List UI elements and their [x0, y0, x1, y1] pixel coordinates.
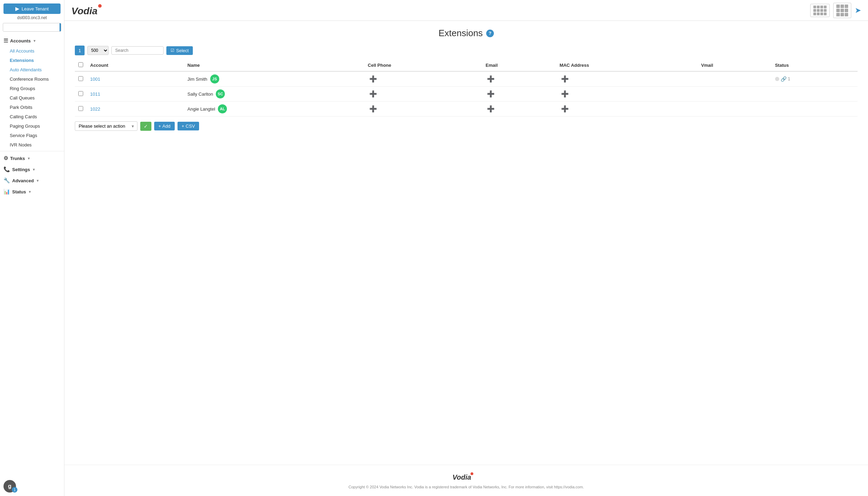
- sidebar-item-paging-groups[interactable]: Paging Groups: [0, 121, 64, 131]
- sidebar-search-input[interactable]: [3, 24, 60, 31]
- trunks-group-label: Trunks: [10, 156, 25, 161]
- page-number-button[interactable]: 1: [75, 46, 85, 55]
- sidebar-search-wrap: 🔍: [3, 23, 61, 32]
- sidebar-item-calling-cards[interactable]: Calling Cards: [0, 112, 64, 121]
- sidebar-item-label: Extensions: [10, 58, 34, 63]
- name-avatar: SC: [216, 89, 225, 98]
- table-row: 1001Jim SmithJS➕➕➕🔗1: [75, 71, 858, 87]
- action-row: Please select an action Delete Export ▼ …: [75, 121, 858, 131]
- status-group-label: Status: [12, 189, 26, 194]
- sidebar-item-call-queues[interactable]: Call Queues: [0, 93, 64, 103]
- sidebar-item-label: IVR Nodes: [10, 142, 32, 147]
- col-cell-phone: Cell Phone: [364, 59, 482, 71]
- footer-logo: Vodia: [71, 472, 861, 483]
- col-name: Name: [184, 59, 364, 71]
- sidebar-item-ivr-nodes[interactable]: IVR Nodes: [0, 140, 64, 150]
- logout-button[interactable]: ➤: [855, 6, 861, 15]
- select-button-label: Select: [176, 48, 189, 53]
- csv-label: CSV: [186, 123, 195, 129]
- avatar-letter: g: [8, 483, 11, 489]
- settings-chevron-icon: ▼: [32, 168, 35, 171]
- add-button[interactable]: + Add: [154, 122, 175, 130]
- settings-icon: 📞: [3, 166, 10, 173]
- settings-group-label: Settings: [12, 167, 30, 172]
- svg-text:Vodia: Vodia: [71, 6, 97, 16]
- status-group-header[interactable]: 📊 Status ▼: [0, 186, 64, 197]
- per-page-select[interactable]: 500 100 250 1000: [87, 46, 109, 55]
- svg-point-1: [98, 4, 102, 8]
- name-avatar: AL: [218, 104, 227, 113]
- footer-copyright: Copyright © 2024 Vodia Networks Inc. Vod…: [71, 485, 861, 489]
- search-input[interactable]: [111, 46, 164, 55]
- grid-view-button-1[interactable]: [810, 4, 830, 17]
- leave-icon: ▶: [15, 6, 19, 12]
- sidebar-item-extensions[interactable]: Extensions: [0, 56, 64, 65]
- col-mac-address: MAC Address: [556, 59, 698, 71]
- add-mac-button[interactable]: ➕: [560, 75, 570, 83]
- trunks-icon: ⚙: [3, 155, 8, 161]
- sidebar-item-ring-groups[interactable]: Ring Groups: [0, 84, 64, 93]
- help-icon[interactable]: ?: [486, 30, 494, 37]
- action-select[interactable]: Please select an action Delete Export: [75, 121, 137, 131]
- status-count: 1: [788, 77, 790, 81]
- row-checkbox[interactable]: [78, 91, 83, 96]
- status-icons: 🔗1: [775, 76, 854, 82]
- svg-point-3: [471, 472, 473, 475]
- settings-group-header[interactable]: 📞 Settings ▼: [0, 164, 64, 175]
- check-icon: ☑: [171, 48, 174, 53]
- select-button[interactable]: ☑ Select: [166, 46, 193, 55]
- top-header: Vodia ➤: [64, 0, 868, 21]
- sidebar-item-label: Park Orbits: [10, 105, 32, 110]
- leave-tenant-button[interactable]: ▶ Leave Tenant: [3, 3, 61, 14]
- tenant-name: dst003.onc3.net: [0, 15, 64, 20]
- add-cell-phone-button[interactable]: ➕: [368, 90, 378, 98]
- sidebar-item-conference-rooms[interactable]: Conference Rooms: [0, 74, 64, 84]
- name-label: Jim Smith: [188, 77, 207, 82]
- table-toolbar: 1 500 100 250 1000 ☑ Select: [75, 46, 858, 55]
- logout-icon: ➤: [855, 6, 861, 15]
- csv-button[interactable]: + CSV: [177, 122, 199, 130]
- trunks-chevron-icon: ▼: [27, 157, 31, 160]
- go-button[interactable]: ✓: [140, 122, 151, 131]
- add-mac-button[interactable]: ➕: [560, 105, 570, 113]
- action-select-wrap: Please select an action Delete Export ▼: [75, 121, 137, 131]
- col-account: Account: [87, 59, 184, 71]
- advanced-group-header[interactable]: 🔧 Advanced ▼: [0, 175, 64, 186]
- row-checkbox[interactable]: [78, 76, 83, 81]
- add-email-button[interactable]: ➕: [486, 105, 496, 113]
- sidebar-item-auto-attendants[interactable]: Auto Attendants: [0, 65, 64, 74]
- page-title: Extensions: [439, 28, 483, 39]
- sidebar-item-all-accounts[interactable]: All Accounts: [0, 46, 64, 56]
- sidebar-divider-1: [0, 151, 64, 151]
- csv-plus-icon: +: [182, 123, 184, 129]
- logo-wrap: Vodia: [71, 3, 113, 18]
- table-row: 1011Sally CarltonSC➕➕➕: [75, 87, 858, 102]
- sidebar-search-button[interactable]: 🔍: [60, 23, 61, 31]
- accounts-group-header[interactable]: ☰ Accounts ▼: [0, 35, 64, 46]
- add-mac-button[interactable]: ➕: [560, 90, 570, 98]
- sidebar-item-label: All Accounts: [10, 48, 34, 54]
- sidebar-item-service-flags[interactable]: Service Flags: [0, 131, 64, 140]
- add-cell-phone-button[interactable]: ➕: [368, 105, 378, 113]
- sidebar-item-label: Calling Cards: [10, 114, 37, 119]
- add-email-button[interactable]: ➕: [486, 90, 496, 98]
- col-status: Status: [772, 59, 858, 71]
- accounts-chevron-icon: ▼: [33, 39, 36, 43]
- select-all-checkbox[interactable]: [78, 62, 83, 67]
- trunks-group-header[interactable]: ⚙ Trunks ▼: [0, 153, 64, 164]
- account-link[interactable]: 1022: [90, 106, 100, 112]
- name-avatar: JS: [210, 74, 219, 83]
- account-link[interactable]: 1001: [90, 77, 100, 82]
- grid-view-button-2[interactable]: [833, 3, 851, 18]
- grid-dots-icon: [813, 6, 827, 15]
- account-link[interactable]: 1011: [90, 91, 100, 97]
- sidebar-item-label: Call Queues: [10, 95, 35, 101]
- sidebar: ▶ Leave Tenant dst003.onc3.net 🔍 ☰ Accou…: [0, 0, 64, 496]
- sidebar-item-label: Paging Groups: [10, 123, 40, 129]
- row-checkbox[interactable]: [78, 106, 83, 111]
- svg-text:Vodia: Vodia: [452, 473, 471, 481]
- accounts-section: ☰ Accounts ▼ All Accounts Extensions Aut…: [0, 35, 64, 150]
- add-cell-phone-button[interactable]: ➕: [368, 75, 378, 83]
- add-email-button[interactable]: ➕: [486, 75, 496, 83]
- sidebar-item-park-orbits[interactable]: Park Orbits: [0, 103, 64, 112]
